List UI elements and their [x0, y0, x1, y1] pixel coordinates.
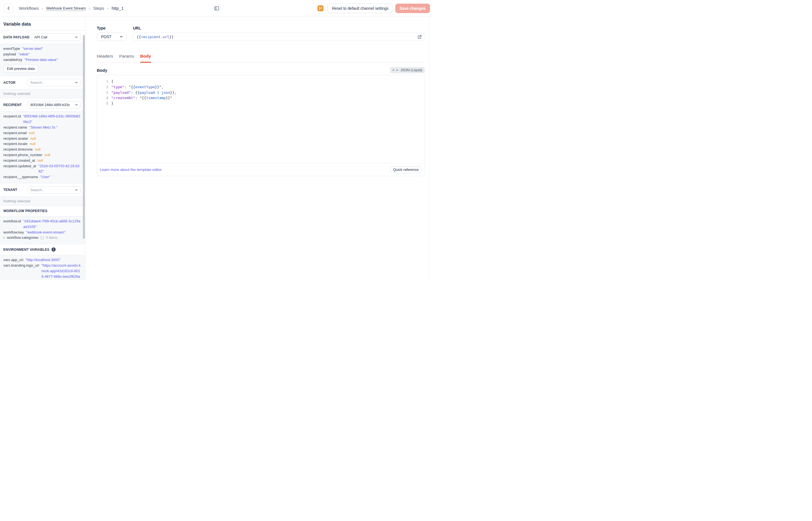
- environment-variables-section: ENVIRONMENT VARIABLES i: [0, 244, 85, 255]
- chevron-right-icon[interactable]: ›: [3, 235, 5, 241]
- code-line: 2 "type": "{{eventType}}",: [97, 84, 425, 90]
- tab-headers[interactable]: Headers: [97, 54, 113, 62]
- data-value: "2024-03-05T00:42:29.839Z": [39, 163, 81, 175]
- actor-search-select[interactable]: Search...: [27, 79, 81, 86]
- sidebar-layout-icon: [214, 6, 219, 10]
- breadcrumb-workflow-name[interactable]: Webhook Event Stream: [46, 6, 86, 10]
- breadcrumb-separator: ›: [108, 6, 109, 10]
- environment-variables-label: ENVIRONMENT VARIABLES i: [3, 247, 56, 252]
- main-panel: Type POST URL {{recipient.url}}: [86, 17, 433, 280]
- request-tabs: Headers Params Body: [97, 54, 425, 63]
- data-row: vars.branding.logo_url"https://account-a…: [3, 263, 81, 280]
- data-key: recipient.phone_number: [3, 152, 42, 158]
- data-value: null: [30, 136, 36, 141]
- data-key: recipient.name: [3, 125, 27, 130]
- data-value: "webhook-event-stream": [26, 230, 65, 235]
- workflow-data-block: workflow.id"e91ddae4-7f99-45cb-a688-3c12…: [0, 217, 85, 244]
- git-branch-icon: [317, 5, 324, 12]
- data-payload-label: DATA PAYLOAD: [3, 35, 29, 39]
- data-value: "e91ddae4-7f99-45cb-a688-3c129aae3105": [23, 219, 81, 230]
- data-row: eventType "server:alert": [3, 46, 81, 51]
- line-number: 5: [97, 101, 108, 106]
- tab-body[interactable]: Body: [140, 54, 151, 62]
- recipient-section: RECIPIENT 80f1f4bf-166d-48f9-b33c: [0, 98, 85, 111]
- workflow-categories-row[interactable]: › workflow.categories [ ] 0 items: [3, 235, 81, 241]
- data-key: recipient.avatar: [3, 136, 28, 141]
- variable-data-sidebar: Variable data DATA PAYLOAD API Call even…: [0, 17, 86, 280]
- data-value: "value": [18, 51, 29, 57]
- data-value: "User": [40, 174, 50, 180]
- data-value: "Preview data value": [24, 57, 57, 63]
- data-value: "Steven Metz Sr.": [29, 125, 57, 130]
- workflow-properties-label: WORKFLOW PROPERTIES: [3, 209, 48, 213]
- url-input[interactable]: {{recipient.url}}: [133, 32, 425, 41]
- environment-variables-block: vars.app_url"http://localhost:3000" vars…: [0, 255, 85, 280]
- type-label: Type: [97, 26, 126, 30]
- sidebar-scrollbar[interactable]: [83, 35, 85, 239]
- url-value: {{recipient.url}}: [137, 35, 417, 39]
- template-editor-docs-link[interactable]: Learn more about the template editor: [100, 167, 162, 172]
- url-field: URL {{recipient.url}}: [133, 26, 425, 41]
- reset-channel-settings-button[interactable]: Reset to default channel settings: [328, 4, 393, 13]
- data-row: recipient.localenull: [3, 141, 81, 147]
- preview-data-block: eventType "server:alert" payload "value"…: [0, 44, 85, 76]
- tenant-empty-state: Nothing selected: [0, 197, 85, 205]
- code-line: 4 "createdAt": "{{timestamp}}": [97, 95, 425, 101]
- breadcrumb-workflows[interactable]: Workflows: [19, 6, 39, 11]
- chevron-down-icon: [75, 188, 78, 192]
- page-body: Variable data DATA PAYLOAD API Call even…: [0, 17, 433, 280]
- recipient-label: RECIPIENT: [3, 103, 22, 107]
- data-key: vars.branding.logo_url: [3, 263, 39, 268]
- data-payload-section: DATA PAYLOAD API Call: [0, 30, 85, 44]
- save-changes-button[interactable]: Save changes: [395, 4, 430, 13]
- data-row: recipient.phone_numbernull: [3, 152, 81, 158]
- data-payload-selected: API Call: [34, 35, 73, 39]
- recipient-select[interactable]: 80f1f4bf-166d-48f9-b33c: [27, 101, 81, 109]
- code-text: "createdAt": "{{timestamp}}": [111, 95, 172, 101]
- url-label: URL: [133, 26, 425, 30]
- breadcrumb-steps: Steps: [93, 6, 104, 11]
- data-row: workflow.id"e91ddae4-7f99-45cb-a688-3c12…: [3, 219, 81, 230]
- data-key: recipient.__typename: [3, 174, 38, 180]
- external-link-icon[interactable]: [417, 35, 422, 39]
- line-number: 4: [97, 95, 108, 101]
- data-row: vars.app_url"http://localhost:3000": [3, 257, 81, 263]
- tenant-section: TENANT Search...: [0, 183, 85, 197]
- data-row: recipient.name"Steven Metz Sr.": [3, 125, 81, 130]
- workflow-properties-section: WORKFLOW PROPERTIES: [0, 206, 85, 216]
- toggle-sidebar-button[interactable]: [213, 4, 221, 13]
- data-row: recipient.updated_at"2024-03-05T00:42:29…: [3, 163, 81, 175]
- editor-footer: Learn more about the template editor Qui…: [97, 163, 425, 176]
- data-key: recipient.email: [3, 130, 27, 136]
- body-section-header: Body < > JSON (Liquid): [97, 67, 425, 73]
- back-button[interactable]: [4, 4, 13, 13]
- info-icon[interactable]: i: [51, 247, 56, 252]
- recipient-selected: 80f1f4bf-166d-48f9-b33c: [30, 103, 73, 107]
- edit-preview-data-button[interactable]: Edit preview data: [3, 65, 39, 72]
- breadcrumb-step-name: http_1: [112, 6, 123, 11]
- line-number: 1: [97, 79, 108, 84]
- tab-params[interactable]: Params: [119, 54, 134, 62]
- data-row: recipient.__typename"User": [3, 174, 81, 180]
- tenant-search-select[interactable]: Search...: [27, 186, 81, 194]
- environment-variables-text: ENVIRONMENT VARIABLES: [3, 248, 49, 252]
- quick-reference-button[interactable]: Quick reference: [390, 166, 422, 173]
- data-value: "http://localhost:3000": [26, 257, 61, 263]
- actor-section: ACTOR Search...: [0, 76, 85, 89]
- actor-empty-state: Nothing selected: [0, 89, 85, 98]
- http-method-select[interactable]: POST: [97, 32, 126, 41]
- code-text: "type": "{{eventType}}",: [111, 84, 164, 90]
- language-badge-label: JSON (Liquid): [401, 68, 423, 72]
- data-row: recipient.id"80f1f4bf-166d-48f9-b33c-390…: [3, 114, 81, 125]
- line-number: 2: [97, 84, 108, 90]
- data-row: payload "value": [3, 51, 81, 57]
- actor-label: ACTOR: [3, 81, 16, 85]
- chevron-down-icon: [75, 35, 78, 39]
- recipient-data-block: recipient.id"80f1f4bf-166d-48f9-b33c-390…: [0, 112, 85, 183]
- data-payload-select[interactable]: API Call: [31, 33, 81, 41]
- code-area[interactable]: 1 { 2 "type": "{{eventType}}", 3 "payloa…: [97, 75, 425, 163]
- data-key: recipient.created_at: [3, 158, 35, 163]
- data-row: variableKey "Preview data value": [3, 57, 81, 63]
- commit-button[interactable]: [316, 4, 325, 13]
- data-value: null: [37, 158, 43, 163]
